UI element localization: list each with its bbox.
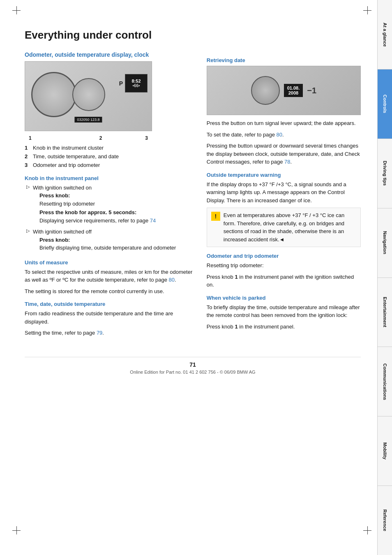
date-circle-1 (251, 76, 280, 105)
img-label-2: 2 (99, 135, 102, 141)
date-minus: −1 (307, 86, 316, 95)
instrument-image: 8:52 •66• P 032050 123.8 (25, 61, 152, 131)
knob-heading: Knob in the instrument panel (25, 175, 194, 181)
warning-box: ! Even at temperatures above +37 °F / +3… (207, 208, 361, 247)
page-number: 71 (25, 361, 361, 368)
reg-mark-br (363, 526, 371, 534)
tab-reference[interactable]: Reference (378, 486, 392, 555)
indent-press-knob-1: Press knob: Resetting trip odometer Pres… (39, 192, 194, 224)
right-column: Retrieving date 01.08.2008 −1 Press the … (207, 51, 361, 340)
list-item-3: 3 Odometer and trip odometer (25, 162, 194, 169)
link-page-79[interactable]: 79 (97, 330, 102, 336)
odometer-text2: Press knob 1 in the instrument panel wit… (207, 273, 361, 289)
main-content: Everything under control Odometer, outsi… (0, 0, 377, 391)
item-text-1: Knob in the instrument cluster (33, 144, 104, 152)
item-num-1: 1 (25, 144, 30, 152)
display-time: 8:52 (131, 79, 141, 83)
warning-icon: ! (211, 212, 220, 221)
odometer-heading: Odometer and trip odometer (207, 253, 361, 259)
link-page-80b[interactable]: 80 (277, 132, 282, 138)
knob-item-ignition-on: ▷ With ignition switched on Press knob: … (26, 184, 194, 227)
img-label-1: 1 (29, 135, 32, 141)
arrow-icon-2: ▷ (26, 228, 30, 254)
arrow-icon-1: ▷ (26, 184, 30, 227)
item-num-2: 2 (25, 153, 30, 160)
link-page-80a[interactable]: 80 (169, 277, 175, 283)
page-title: Everything under control (25, 29, 361, 42)
two-col-layout: Odometer, outside temperature display, c… (25, 51, 361, 340)
odometer-bar: 032050 123.8 (74, 117, 102, 123)
date-image: 01.08.2008 −1 (207, 66, 361, 115)
date-text1: Press the button on turn signal lever up… (207, 119, 361, 127)
left-section-heading: Odometer, outside temperature display, c… (25, 51, 194, 58)
units-text: To select the respective units of measur… (25, 268, 194, 284)
instrument-inner: 8:52 •66• P 032050 123.8 (25, 62, 152, 131)
tab-at-a-glance[interactable]: At a glance (378, 0, 392, 69)
item-text-2: Time, outside temperature, and date (33, 153, 119, 160)
parked-text2: Press knob 1 in the instrument panel. (207, 323, 361, 331)
date-display: 01.08.2008 (284, 84, 303, 97)
tab-driving-tips[interactable]: Driving tips (378, 139, 392, 208)
outside-temp-heading: Outside temperature warning (207, 172, 361, 178)
indent-press-knob-2: Press knob: Briefly displaying time, out… (39, 236, 194, 252)
time-text: From radio readiness the outside tempera… (25, 310, 194, 326)
link-page-78[interactable]: 78 (284, 159, 290, 165)
press-knob-5sec: Press the knob for approx. 5 seconds: Di… (39, 208, 194, 224)
ignition-off-label: With ignition switched off (33, 229, 92, 235)
date-inner: 01.08.2008 −1 (207, 66, 360, 115)
tab-controls[interactable]: Controls (378, 69, 392, 139)
item-text-3: Odometer and trip odometer (33, 162, 100, 169)
item-num-3: 3 (25, 162, 30, 169)
instrument-display: 8:52 •66• (125, 74, 148, 92)
display-temp: •66• (132, 83, 140, 88)
press-knob-label-1: Press knob: Resetting trip odometer (39, 192, 194, 208)
link-page-74[interactable]: 74 (150, 217, 156, 224)
page-footer: 71 Online Edition for Part no. 01 41 2 6… (25, 357, 361, 375)
warning-text: Even at temperatures above +37 °F / +3 °… (224, 211, 356, 243)
press-knob-text-1: Resetting trip odometer (39, 201, 95, 207)
outside-temp-text: If the display drops to +37 °F /+3 °C, a… (207, 180, 361, 205)
speedometer-circle (31, 72, 76, 117)
units-text2: The setting is stored for the remote con… (25, 287, 194, 296)
press-knob-label-2: Press knob: Briefly displaying time, out… (39, 236, 194, 252)
knob-ignition-on-content: With ignition switched on Press knob: Re… (33, 184, 194, 227)
image-labels: 1 2 3 (25, 135, 152, 141)
left-column: Odometer, outside temperature display, c… (25, 51, 194, 340)
knob-item-ignition-off: ▷ With ignition switched off Press knob:… (26, 228, 194, 254)
img-label-3: 3 (145, 135, 148, 141)
reg-mark-bl (12, 526, 21, 534)
parked-text: To briefly display the time, outside tem… (207, 303, 361, 319)
list-item-1: 1 Knob in the instrument cluster (25, 144, 194, 152)
odometer-text: Resetting trip odometer: (207, 261, 361, 270)
time-text2: Setting the time, refer to page 79. (25, 329, 194, 337)
units-heading: Units of measure (25, 259, 194, 266)
ignition-on-label: With ignition switched on (33, 185, 92, 191)
rpm-circle (72, 78, 105, 111)
retrieving-date-heading: Retrieving date (207, 57, 361, 63)
time-heading: Time, date, outside temperature (25, 301, 194, 307)
knob-ignition-off-content: With ignition switched off Press knob: B… (33, 228, 194, 254)
parked-heading: When vehicle is parked (207, 295, 361, 301)
date-text3: Pressing the button upward or downward s… (207, 142, 361, 166)
side-tab-bar: At a glance Controls Driving tips Naviga… (377, 0, 392, 555)
tab-mobility[interactable]: Mobility (378, 416, 392, 486)
tab-communications[interactable]: Communications (378, 347, 392, 416)
footer-text: Online Edition for Part no. 01 41 2 602 … (130, 370, 255, 375)
numbered-list: 1 Knob in the instrument cluster 2 Time,… (25, 144, 194, 169)
tab-entertainment[interactable]: Entertainment (378, 278, 392, 347)
display-p: P (119, 80, 123, 87)
list-item-2: 2 Time, outside temperature, and date (25, 153, 194, 160)
tab-navigation[interactable]: Navigation (378, 208, 392, 278)
date-text2: To set the date, refer to page 80. (207, 131, 361, 139)
